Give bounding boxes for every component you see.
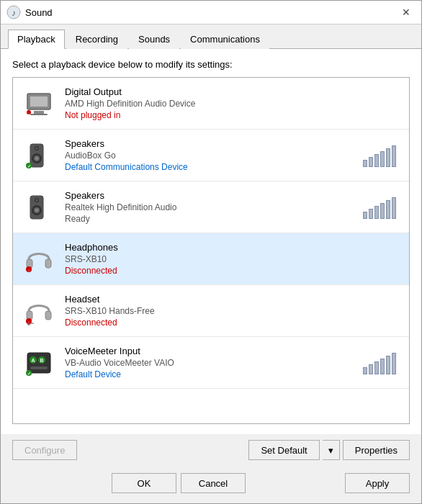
dialog-action-buttons: OK Cancel Apply <box>1 466 421 503</box>
vol-bar-5 <box>386 356 390 374</box>
device-sub: AudioBox Go <box>65 150 363 161</box>
svg-point-11 <box>35 157 38 160</box>
device-status: Disconnected <box>65 266 402 276</box>
device-status: Disconnected <box>65 318 402 328</box>
device-action-buttons: Configure Set Default ▾ Properties <box>1 434 421 466</box>
svg-text:↓: ↓ <box>28 268 30 272</box>
action-buttons-inner: OK Cancel Apply <box>12 473 410 493</box>
vol-bar-6 <box>392 353 396 374</box>
svg-point-21 <box>36 199 38 201</box>
vol-bar-1 <box>363 212 367 219</box>
svg-text:B: B <box>40 358 43 363</box>
tab-sounds[interactable]: Sounds <box>129 30 179 49</box>
device-sub: AMD High Definition Audio Device <box>65 99 402 109</box>
device-info-voicemeeter: VoiceMeeter Input VB-Audio VoiceMeeter V… <box>65 346 363 379</box>
main-content: Select a playback device below to modify… <box>1 49 421 434</box>
svg-point-19 <box>35 209 38 212</box>
device-name: Headphones <box>65 242 402 253</box>
device-icon-speakers-audiobox: ✓ <box>20 137 58 174</box>
tab-communications[interactable]: Communications <box>181 30 269 49</box>
ok-button[interactable]: OK <box>112 473 176 493</box>
tab-recording[interactable]: Recording <box>66 30 127 49</box>
properties-button[interactable]: Properties <box>343 440 410 460</box>
sound-icon: ♪ <box>6 5 21 19</box>
device-list-container: ↓ Digital Output AMD High Definition Aud… <box>12 77 410 424</box>
device-info-headphones: Headphones SRS-XB10 Disconnected <box>65 242 402 276</box>
device-info-digital-output: Digital Output AMD High Definition Audio… <box>65 86 402 120</box>
set-default-button[interactable]: Set Default <box>248 440 319 460</box>
apply-button[interactable]: Apply <box>345 473 410 493</box>
device-icon-digital-output: ↓ <box>20 85 58 122</box>
device-item-speakers-audiobox[interactable]: ✓ Speakers AudioBox Go Default Communica… <box>13 130 409 181</box>
volume-bars <box>363 196 396 219</box>
vol-bar-2 <box>369 209 373 219</box>
vol-bar-2 <box>369 364 373 374</box>
device-icon-voicemeeter: A B ✓ <box>20 344 58 382</box>
volume-bars <box>363 144 396 167</box>
vol-bar-4 <box>380 151 385 167</box>
device-status: Ready <box>65 214 363 224</box>
vol-bar-6 <box>392 197 396 219</box>
window-title: Sound <box>25 7 397 18</box>
device-item-voicemeeter[interactable]: A B ✓ VoiceMeeter Input VB-Audio VoiceMe… <box>13 337 409 389</box>
device-sub: SRS-XB10 Hands-Free <box>65 306 402 316</box>
vol-bar-3 <box>374 361 379 374</box>
device-name: Digital Output <box>65 86 402 97</box>
svg-rect-27 <box>45 311 51 320</box>
svg-rect-23 <box>45 259 51 268</box>
device-name: Headset <box>65 294 402 305</box>
vol-bar-3 <box>374 154 379 167</box>
svg-rect-3 <box>30 96 48 107</box>
device-status: Default Communications Device <box>65 162 363 172</box>
svg-text:✓: ✓ <box>27 164 31 168</box>
device-info-speakers-audiobox: Speakers AudioBox Go Default Communicati… <box>65 138 363 172</box>
device-status: Default Device <box>65 369 363 379</box>
cancel-button[interactable]: Cancel <box>181 473 246 493</box>
instruction-text: Select a playback device below to modify… <box>12 59 410 70</box>
volume-bars <box>363 351 396 374</box>
device-name: VoiceMeeter Input <box>65 346 363 356</box>
configure-button[interactable]: Configure <box>12 440 77 460</box>
device-icon-headphones: ↓ <box>20 240 58 278</box>
close-button[interactable]: ✕ <box>397 3 416 22</box>
svg-rect-4 <box>34 111 44 114</box>
svg-text:♪: ♪ <box>12 8 16 18</box>
device-item-headphones[interactable]: ↓ Headphones SRS-XB10 Disconnected <box>13 233 409 285</box>
svg-text:↓: ↓ <box>28 111 30 115</box>
vol-bar-1 <box>363 160 367 167</box>
tab-playback[interactable]: Playback <box>8 30 65 49</box>
svg-rect-38 <box>30 366 48 369</box>
set-default-dropdown[interactable]: ▾ <box>323 440 340 460</box>
tab-bar: Playback Recording Sounds Communications <box>1 24 421 49</box>
device-name: Speakers <box>65 138 363 149</box>
device-sub: VB-Audio VoiceMeeter VAIO <box>65 358 363 368</box>
device-status: Not plugged in <box>65 110 402 120</box>
svg-text:✓: ✓ <box>27 372 31 376</box>
svg-rect-33 <box>27 353 50 373</box>
device-sub: Realtek High Definition Audio <box>65 202 363 212</box>
ok-cancel-group: OK Cancel <box>12 473 345 493</box>
vol-bar-5 <box>386 200 390 219</box>
vol-bar-4 <box>380 203 385 219</box>
device-sub: SRS-XB10 <box>65 254 402 264</box>
svg-text:↓: ↓ <box>28 320 30 324</box>
device-item-digital-output[interactable]: ↓ Digital Output AMD High Definition Aud… <box>13 78 409 130</box>
device-icon-headset: ↓ <box>20 292 58 330</box>
svg-rect-5 <box>30 114 48 115</box>
sound-dialog: ♪ Sound ✕ Playback Recording Sounds Comm… <box>0 0 422 504</box>
title-bar: ♪ Sound ✕ <box>1 1 421 24</box>
vol-bar-5 <box>386 148 390 167</box>
device-name: Speakers <box>65 190 363 201</box>
device-item-speakers-realtek[interactable]: Speakers Realtek High Definition Audio R… <box>13 181 409 233</box>
vol-bar-1 <box>363 367 367 374</box>
device-icon-speakers-realtek <box>20 189 58 226</box>
device-list[interactable]: ↓ Digital Output AMD High Definition Aud… <box>13 78 409 423</box>
vol-bar-2 <box>369 157 373 167</box>
device-info-headset: Headset SRS-XB10 Hands-Free Disconnected <box>65 294 402 328</box>
vol-bar-3 <box>374 206 379 219</box>
svg-point-13 <box>36 147 38 149</box>
vol-bar-4 <box>380 359 385 374</box>
device-item-headset[interactable]: ↓ Headset SRS-XB10 Hands-Free Disconnect… <box>13 285 409 337</box>
device-info-speakers-realtek: Speakers Realtek High Definition Audio R… <box>65 190 363 224</box>
svg-text:A: A <box>31 358 35 363</box>
